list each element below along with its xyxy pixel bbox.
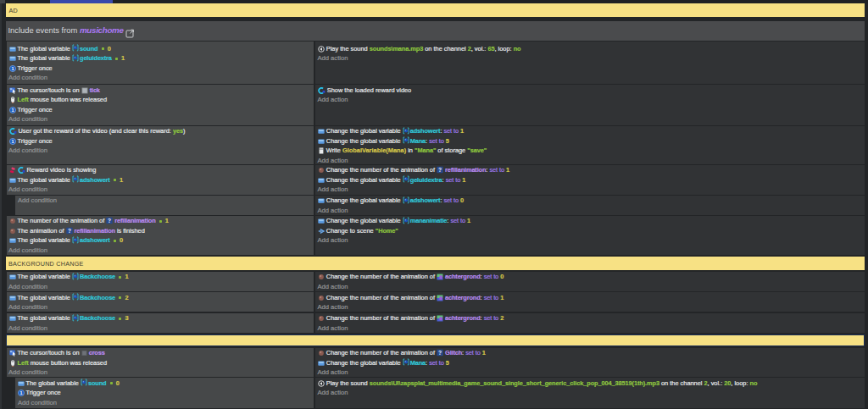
svg-text:1: 1	[19, 390, 22, 395]
svg-text:1: 1	[11, 139, 14, 144]
svg-text:?: ?	[68, 228, 71, 234]
svg-text:?: ?	[108, 218, 111, 224]
svg-text:1: 1	[11, 66, 14, 71]
svg-text:?: ?	[438, 167, 442, 173]
svg-text:?: ?	[438, 350, 442, 356]
svg-text:1: 1	[11, 108, 14, 113]
